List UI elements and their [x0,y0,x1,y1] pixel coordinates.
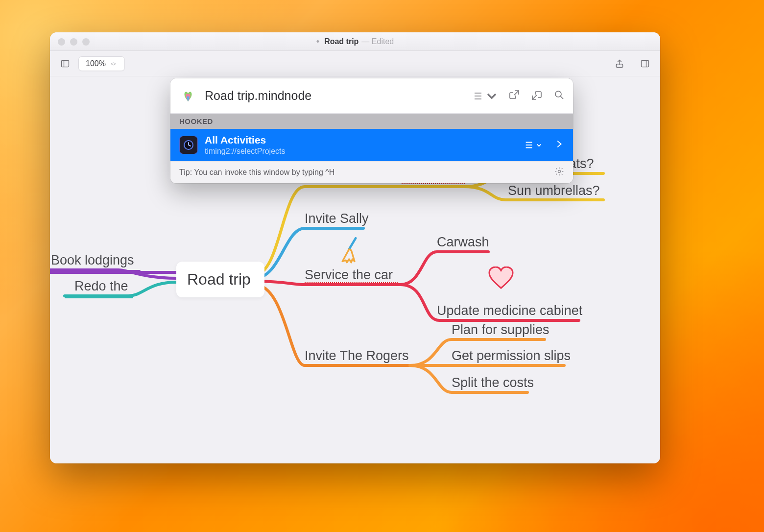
node-medicine[interactable]: Update medicine cabinet [437,303,582,318]
popup-row-subtitle: timing2://selectProjects [205,146,517,156]
node-umbrellas[interactable]: Sun umbrellas? [508,183,600,198]
heart-icon [488,266,514,290]
app-window: • Road trip — Edited 100% ︿﹀ [50,32,660,463]
popup-link-out-button[interactable] [508,89,520,103]
mindmap-canvas[interactable]: Book lodgings Redo the Road trip Check w… [50,76,660,463]
node-invite-sally[interactable]: Invite Sally [305,211,369,226]
chevron-updown-icon: ︿﹀ [111,61,117,67]
window-title: Road trip [324,37,358,46]
window-edited-label: — Edited [361,37,394,46]
popup-link-in-button[interactable] [531,89,543,103]
popup-tip-text: Tip: You can invoke this window by typin… [179,168,334,177]
popup-row-open-button[interactable] [553,139,564,151]
underline [50,270,141,272]
node-root[interactable]: Road trip [176,262,264,297]
timing-app-icon [179,136,198,154]
traffic-close[interactable] [58,38,65,46]
sidebar-toggle-button[interactable] [57,56,73,71]
traffic-minimize[interactable] [70,38,77,46]
toolbar: 100% ︿﹀ [50,51,660,76]
underline [65,296,133,298]
zoom-select[interactable]: 100% ︿﹀ [78,56,125,71]
panel-toggle-button[interactable] [637,56,653,71]
svg-rect-3 [642,60,649,67]
popup-header: Road trip.mindnode [170,78,573,114]
node-book-lodgings[interactable]: Book lodgings [51,253,134,268]
node-carwash[interactable]: Carwash [437,235,489,250]
popup-list-menu-button[interactable] [473,90,498,102]
hook-popup: Road trip.mindnode [170,78,573,183]
svg-point-8 [555,91,561,97]
popup-search-button[interactable] [553,89,565,103]
spellcheck-underline [305,282,398,283]
zoom-value: 100% [86,59,106,68]
svg-rect-0 [62,60,69,67]
node-split-costs[interactable]: Split the costs [452,375,534,390]
node-permission-slips[interactable]: Get permission slips [452,348,571,363]
node-redo-the[interactable]: Redo the [74,279,128,294]
spellcheck-underline [402,183,465,184]
svg-line-9 [561,96,564,99]
node-plan-supplies[interactable]: Plan for supplies [452,322,549,338]
popup-row-menu-button[interactable] [524,140,542,150]
node-invite-rogers[interactable]: Invite The Rogers [305,348,409,363]
traffic-zoom[interactable] [82,38,90,46]
gear-icon[interactable] [554,167,564,178]
popup-row-title: All Activities [205,134,517,146]
popup-section-label: HOOKED [170,114,573,129]
traffic-lights[interactable] [58,38,90,46]
titlebar: • Road trip — Edited [50,32,660,51]
popup-title: Road trip.mindnode [205,89,466,103]
popup-row-all-activities[interactable]: All Activities timing2://selectProjects [170,129,573,161]
broom-icon [339,237,361,264]
share-button[interactable] [611,56,628,71]
svg-point-14 [558,170,561,173]
mindnode-app-icon [178,86,198,106]
node-service-car[interactable]: Service the car [305,267,393,283]
popup-tip-bar: Tip: You can invoke this window by typin… [170,161,573,183]
